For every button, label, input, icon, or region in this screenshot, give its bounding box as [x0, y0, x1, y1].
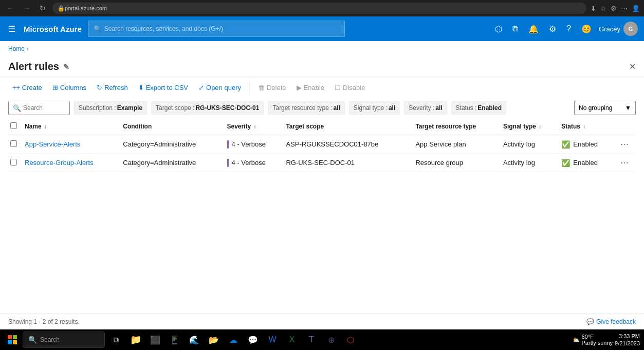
- row1-status-icon: ✅: [561, 140, 570, 149]
- forward-button[interactable]: →: [21, 3, 33, 13]
- notifications-icon[interactable]: 🔔: [525, 22, 542, 36]
- svg-rect-2: [8, 340, 12, 344]
- table-header-row: Name ↕ Condition Severity ↕ Target scope: [8, 118, 636, 135]
- status-filter-value: Enabled: [477, 104, 502, 112]
- target-resource-type-column-header: Target resource type: [413, 118, 501, 135]
- svg-rect-1: [13, 335, 17, 339]
- delete-button[interactable]: 🗑 Delete: [254, 82, 290, 94]
- teams3-icon[interactable]: T: [302, 330, 321, 349]
- status-filter[interactable]: Status : Enabled: [451, 101, 506, 115]
- browser-menu-icon[interactable]: ⋯: [621, 5, 628, 12]
- help-icon[interactable]: ?: [563, 22, 574, 35]
- severity-column-header[interactable]: Severity ↕: [225, 118, 284, 135]
- target-scope-filter[interactable]: Target scope : RG-UKS-SEC-DOC-01: [151, 101, 264, 115]
- target-resource-type-filter[interactable]: Target resource type : all: [268, 101, 344, 115]
- name-column-header[interactable]: Name ↕: [23, 118, 121, 135]
- export-label: Export to CSV: [146, 84, 188, 91]
- hamburger-menu[interactable]: ☰: [6, 22, 17, 36]
- signal-type-column-label: Signal type: [503, 123, 536, 130]
- feedback-nav-icon[interactable]: 😊: [578, 22, 595, 36]
- address-bar[interactable]: 🔒 portal.azure.com: [52, 3, 586, 14]
- select-all-header[interactable]: [8, 118, 23, 135]
- row2-checkbox[interactable]: [10, 159, 17, 165]
- row2-signal-type-cell: Activity log: [501, 154, 559, 172]
- subscription-filter[interactable]: Subscription : Example: [74, 101, 147, 115]
- files-icon[interactable]: 📂: [205, 330, 223, 349]
- settings-icon[interactable]: ⚙: [546, 22, 559, 36]
- search-input[interactable]: [23, 104, 64, 112]
- azure-nav: ☰ Microsoft Azure 🔍 Search resources, se…: [0, 16, 644, 41]
- enable-icon: ▶: [297, 84, 302, 91]
- app-icon[interactable]: ⬡: [341, 330, 360, 349]
- disable-button[interactable]: ☐ Disable: [330, 82, 369, 94]
- open-query-button[interactable]: ⤢ Open query: [194, 82, 245, 94]
- grouping-select[interactable]: No grouping ▼: [574, 101, 636, 115]
- cloud-shell-icon[interactable]: ⬡: [492, 22, 505, 36]
- select-all-checkbox[interactable]: [10, 122, 17, 129]
- row2-more-button[interactable]: ⋯: [617, 157, 632, 168]
- row2-name-link[interactable]: Resource-Group-Alerts: [25, 159, 94, 167]
- terminal-icon[interactable]: ⬛: [146, 330, 164, 349]
- clock[interactable]: 3:33 PM 9/21/2023: [615, 333, 640, 347]
- create-button[interactable]: + + Create: [8, 82, 46, 94]
- edge-icon[interactable]: 🌊: [185, 330, 204, 349]
- severity-filter-label: Severity :: [409, 104, 434, 112]
- refresh-button[interactable]: ↻ Refresh: [93, 82, 132, 94]
- row1-name-link[interactable]: App-Service-Alerts: [25, 140, 80, 148]
- edit-icon[interactable]: ✎: [63, 63, 69, 71]
- signal-type-filter[interactable]: Signal type : all: [349, 101, 400, 115]
- download-icon[interactable]: ⬇: [591, 5, 596, 12]
- breadcrumb-separator: ›: [27, 45, 29, 52]
- excel-icon[interactable]: X: [283, 330, 301, 349]
- row1-more-button[interactable]: ⋯: [617, 139, 632, 150]
- row1-checkbox[interactable]: [10, 140, 17, 147]
- target-scope-filter-value: RG-UKS-SEC-DOC-01: [195, 104, 259, 112]
- status-column-header[interactable]: Status ↕: [559, 118, 615, 135]
- row1-actions-cell: ⋯: [615, 135, 636, 154]
- breadcrumb: Home ›: [0, 41, 644, 57]
- back-button[interactable]: ←: [4, 3, 16, 13]
- alert-rules-table: Name ↕ Condition Severity ↕ Target scope: [8, 118, 636, 172]
- columns-button[interactable]: ⊞ Columns: [48, 82, 90, 94]
- file-explorer-icon[interactable]: 📁: [126, 330, 145, 349]
- target-scope-column-label: Target scope: [286, 123, 324, 130]
- open-query-icon: ⤢: [198, 84, 204, 91]
- enable-button[interactable]: ▶ Enable: [292, 82, 328, 94]
- row2-name-cell: Resource-Group-Alerts: [23, 154, 121, 172]
- weather-widget[interactable]: ⛅ 60°F Partly sunny: [573, 334, 613, 346]
- teams-icon[interactable]: 📱: [165, 330, 184, 349]
- severity-filter[interactable]: Severity : all: [404, 101, 447, 115]
- export-button[interactable]: ⬇ Export to CSV: [134, 82, 192, 94]
- taskview-icon[interactable]: ⧉: [107, 330, 125, 349]
- close-button[interactable]: ✕: [629, 62, 636, 71]
- profile-icon[interactable]: 👤: [632, 5, 640, 12]
- results-count: Showing 1 - 2 of 2 results.: [8, 318, 80, 325]
- bookmark-icon[interactable]: ☆: [600, 5, 606, 12]
- teams4-icon[interactable]: ⊕: [322, 330, 340, 349]
- status-sort-icon: ↕: [583, 124, 585, 130]
- user-menu[interactable]: Gracey G: [599, 22, 638, 36]
- azure-data-icon[interactable]: ☁: [224, 330, 243, 349]
- address-text: portal.azure.com: [65, 5, 107, 11]
- search-box[interactable]: 🔍: [8, 101, 70, 115]
- taskbar-search-bar[interactable]: 🔍 Search: [23, 331, 105, 348]
- row2-checkbox-cell[interactable]: [8, 154, 23, 172]
- row1-checkbox-cell[interactable]: [8, 135, 23, 154]
- row2-condition-cell: Category=Administrative: [121, 154, 225, 172]
- main-content: Home › Alert rules ✎ ✕ + + Create ⊞ Colu…: [0, 41, 644, 329]
- refresh-browser-button[interactable]: ↻: [37, 3, 48, 13]
- start-button[interactable]: [4, 331, 21, 348]
- toolbar: + + Create ⊞ Columns ↻ Refresh ⬇ Export …: [0, 77, 644, 98]
- extensions-icon[interactable]: ⚙: [611, 5, 617, 12]
- breadcrumb-home[interactable]: Home: [8, 45, 25, 52]
- taskbar-search-label: Search: [40, 336, 60, 343]
- row2-condition-value: Category=Administrative: [123, 159, 196, 167]
- azure-search-bar[interactable]: 🔍 Search resources, services, and docs (…: [88, 21, 345, 37]
- directory-icon[interactable]: ⧉: [509, 22, 521, 35]
- word-icon[interactable]: W: [263, 330, 282, 349]
- azure-search-placeholder: Search resources, services, and docs (G+…: [104, 25, 223, 32]
- teams2-icon[interactable]: 💬: [244, 330, 262, 349]
- signal-type-filter-value: all: [389, 104, 395, 112]
- signal-type-column-header[interactable]: Signal type ↕: [501, 118, 559, 135]
- feedback-button[interactable]: 💬 Give feedback: [586, 318, 636, 325]
